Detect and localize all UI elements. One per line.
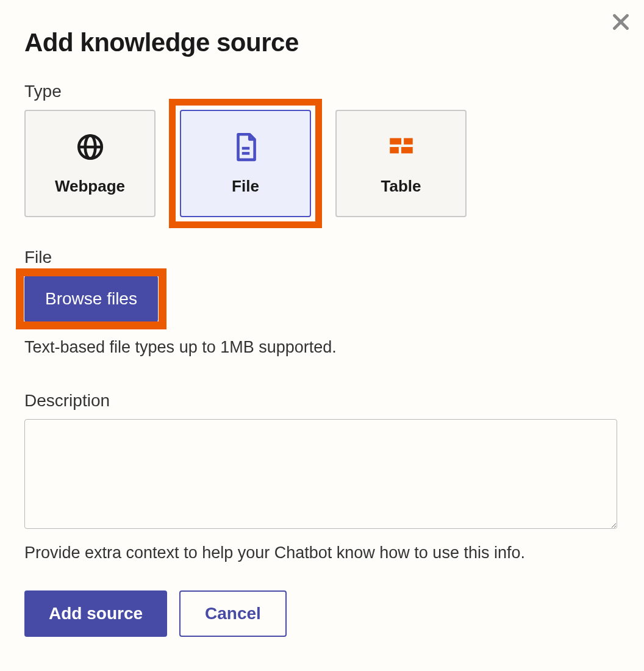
type-card-label: Table <box>381 177 421 196</box>
description-textarea[interactable] <box>24 419 617 529</box>
table-icon <box>386 132 417 162</box>
add-knowledge-source-dialog: Add knowledge source Type Webpage <box>0 0 644 671</box>
type-card-file[interactable]: File <box>180 110 311 217</box>
dialog-footer: Add source Cancel <box>24 590 620 637</box>
type-options-row: Webpage File <box>24 110 620 217</box>
browse-button-highlight: Browse files <box>24 276 158 322</box>
type-card-label: Webpage <box>55 177 125 196</box>
dialog-title: Add knowledge source <box>24 28 620 57</box>
add-source-button[interactable]: Add source <box>24 590 167 637</box>
globe-icon <box>75 132 106 162</box>
svg-rect-9 <box>390 147 399 153</box>
type-card-webpage[interactable]: Webpage <box>24 110 156 217</box>
file-helper-text: Text-based file types up to 1MB supporte… <box>24 338 620 357</box>
browse-files-button[interactable]: Browse files <box>24 276 158 322</box>
close-icon <box>610 24 632 35</box>
type-card-label: File <box>232 177 259 196</box>
type-card-file-highlight: File <box>180 110 311 217</box>
type-label: Type <box>24 82 620 101</box>
description-helper-text: Provide extra context to help your Chatb… <box>24 544 620 562</box>
file-icon <box>231 132 261 162</box>
type-card-table[interactable]: Table <box>335 110 467 217</box>
file-label: File <box>24 248 620 267</box>
svg-rect-10 <box>401 147 413 153</box>
close-button[interactable] <box>610 11 632 33</box>
cancel-button[interactable]: Cancel <box>179 590 287 637</box>
svg-rect-8 <box>404 138 413 144</box>
svg-rect-7 <box>390 138 401 144</box>
description-label: Description <box>24 391 620 411</box>
